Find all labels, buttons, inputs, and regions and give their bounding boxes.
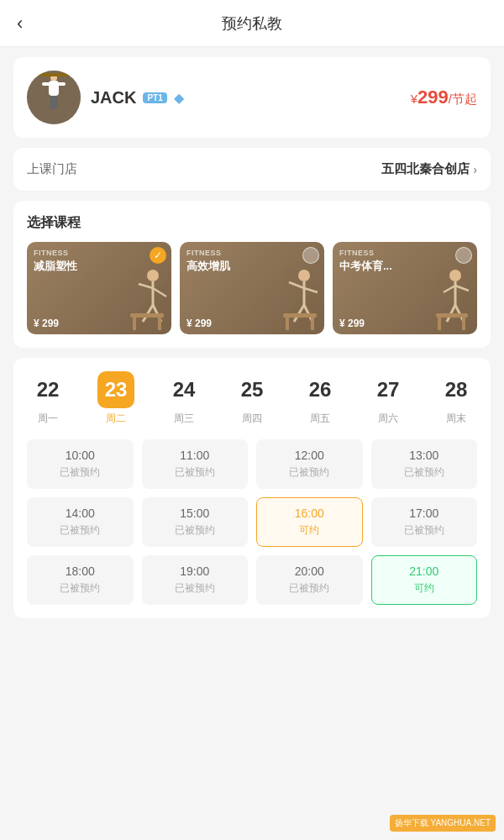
slot-status: 已被预约 [60, 465, 100, 480]
svg-rect-3 [42, 82, 50, 86]
cal-day-27[interactable]: 27 周六 [367, 371, 409, 426]
slot-time: 18:00 [66, 564, 95, 578]
trainer-name: JACK [91, 88, 136, 108]
course-card-1[interactable]: FITNESS 减脂塑性 ¥ 299 ✓ [27, 242, 171, 334]
cal-day-24[interactable]: 24 周三 [163, 371, 205, 426]
slot-status: 已被预约 [175, 465, 215, 480]
course-2-select-icon[interactable] [302, 247, 319, 264]
course-1-price: ¥ 299 [34, 318, 165, 329]
course-card-2[interactable]: FITNESS 高效增肌 ¥ 299 [180, 242, 324, 334]
watermark: 扬华下载 YANGHUA.NET [390, 815, 496, 832]
course-1-select-icon[interactable]: ✓ [150, 247, 166, 264]
slot-time: 13:00 [409, 449, 438, 462]
trainer-info: JACK PT1 ◆ [27, 71, 184, 124]
svg-rect-6 [54, 96, 58, 109]
slot-time: 20:00 [295, 564, 324, 578]
time-slot-11[interactable]: 21:00 可约 [371, 555, 478, 605]
time-slot-9: 19:00 已被预约 [142, 555, 249, 605]
cal-date: 26 [302, 371, 339, 408]
slot-status: 已被预约 [60, 523, 100, 538]
calendar-row: 22 周一 23 周二 24 周三 25 周四 26 周五 27 周六 28 周… [27, 371, 477, 426]
header: ‹ 预约私教 [0, 0, 504, 47]
cal-weekday: 周六 [378, 412, 398, 426]
time-slot-3: 13:00 已被预约 [371, 439, 478, 489]
page-title: 预约私教 [222, 13, 282, 34]
store-row[interactable]: 上课门店 五四北秦合创店 › [27, 161, 477, 177]
cal-day-22[interactable]: 22 周一 [27, 371, 69, 426]
cal-weekday: 周一 [38, 412, 58, 426]
course-3-select-icon[interactable] [455, 247, 472, 264]
cal-weekday: 周五 [310, 412, 330, 426]
slot-time: 19:00 [180, 564, 209, 578]
course-2-name: 高效增肌 [186, 259, 318, 274]
cal-weekday: 周三 [174, 412, 194, 426]
course-2-price: ¥ 299 [186, 318, 318, 329]
slot-time: 12:00 [295, 449, 324, 462]
back-button[interactable]: ‹ [17, 13, 23, 34]
time-slot-10: 20:00 已被预约 [256, 555, 363, 605]
time-slot-5: 15:00 已被预约 [142, 497, 249, 547]
time-slot-6[interactable]: 16:00 可约 [256, 497, 363, 547]
slot-time: 15:00 [180, 507, 209, 520]
store-label: 上课门店 [27, 161, 77, 177]
course-2-tag: FITNESS [186, 249, 318, 257]
cal-date: 24 [165, 371, 202, 408]
time-slot-4: 14:00 已被预约 [27, 497, 134, 547]
store-value[interactable]: 五四北秦合创店 › [381, 161, 477, 177]
course-section-title: 选择课程 [27, 214, 477, 232]
course-1-tag: FITNESS [34, 249, 165, 257]
cal-date: 23 [97, 371, 134, 408]
time-slot-0: 10:00 已被预约 [27, 439, 134, 489]
slot-time: 14:00 [66, 507, 95, 520]
slot-status: 已被预约 [289, 465, 329, 480]
svg-rect-8 [35, 73, 72, 76]
cal-weekday: 周四 [242, 412, 262, 426]
courses-row: FITNESS 减脂塑性 ¥ 299 ✓ [27, 242, 477, 334]
store-chevron-icon: › [473, 163, 477, 176]
slot-status: 可约 [414, 581, 434, 596]
time-slot-8: 18:00 已被预约 [27, 555, 134, 605]
cal-day-26[interactable]: 26 周五 [299, 371, 341, 426]
trainer-avatar [27, 71, 81, 124]
course-section: 选择课程 FITN [13, 201, 491, 348]
cal-day-25[interactable]: 25 周四 [231, 371, 273, 426]
slot-status: 已被预约 [175, 581, 215, 596]
store-section: 上课门店 五四北秦合创店 › [13, 148, 491, 191]
cal-date: 28 [438, 371, 475, 408]
time-slot-2: 12:00 已被预约 [256, 439, 363, 489]
slot-time: 21:00 [409, 564, 438, 578]
slot-status: 可约 [299, 523, 319, 538]
svg-rect-4 [57, 82, 66, 86]
course-3-price: ¥ 299 [339, 318, 470, 329]
cal-date: 22 [29, 371, 66, 408]
slot-status: 已被预约 [289, 581, 329, 596]
diamond-icon: ◆ [174, 90, 184, 106]
calendar-section: 22 周一 23 周二 24 周三 25 周四 26 周五 27 周六 28 周… [13, 358, 491, 618]
time-slot-1: 11:00 已被预约 [142, 439, 249, 489]
cal-day-28[interactable]: 28 周末 [435, 371, 477, 426]
trainer-badge: PT1 [143, 92, 166, 103]
trainer-name-section: JACK PT1 ◆ [91, 88, 184, 108]
cal-weekday: 周末 [446, 412, 466, 426]
slot-status: 已被预约 [404, 523, 444, 538]
slot-time: 16:00 [295, 507, 324, 520]
slot-time: 10:00 [66, 449, 95, 462]
svg-rect-2 [49, 81, 59, 96]
slot-status: 已被预约 [175, 523, 215, 538]
slot-time: 17:00 [409, 507, 438, 520]
cal-date: 27 [370, 371, 407, 408]
slot-status: 已被预约 [60, 581, 100, 596]
slots-grid: 10:00 已被预约 11:00 已被预约 12:00 已被预约 13:00 已… [27, 439, 477, 605]
trainer-price: ¥299/节起 [411, 87, 477, 108]
cal-weekday: 周二 [106, 412, 126, 426]
slot-time: 11:00 [180, 449, 209, 462]
course-3-tag: FITNESS [339, 249, 470, 257]
slot-status: 已被预约 [404, 465, 444, 480]
svg-rect-5 [50, 96, 54, 109]
cal-day-23[interactable]: 23 周二 [95, 371, 137, 426]
course-card-3[interactable]: FITNESS 中考体育... ¥ 299 [333, 242, 477, 334]
course-3-name: 中考体育... [339, 259, 470, 274]
course-1-name: 减脂塑性 [34, 259, 165, 274]
cal-date: 25 [234, 371, 270, 408]
time-slot-7: 17:00 已被预约 [371, 497, 478, 547]
